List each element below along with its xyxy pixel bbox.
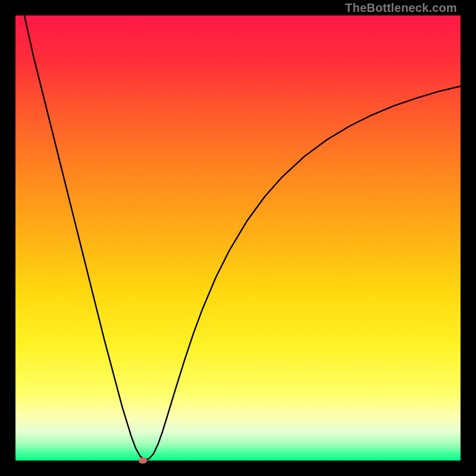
gradient-background [15,15,461,461]
chart-frame: TheBottleneck.com [0,0,476,476]
optimal-marker [139,458,147,464]
watermark-label: TheBottleneck.com [345,1,457,15]
plot-area [15,15,461,461]
